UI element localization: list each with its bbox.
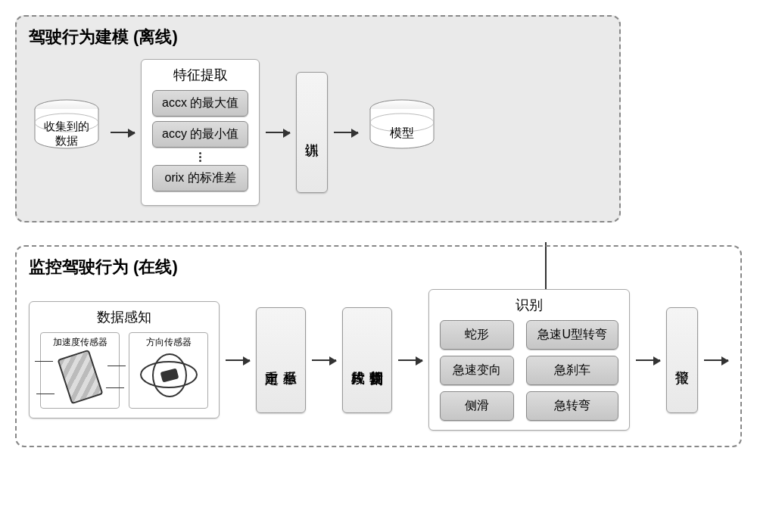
- offline-flow: 收集到的 数据 特征提取 accx 的最大值 accy 的最小值 orix 的标…: [29, 59, 607, 206]
- feature-item: orix 的标准差: [152, 165, 248, 191]
- orientation-label: 方向传感器: [132, 336, 204, 349]
- sensing-box: 数据感知 加速度传感器 方向传感器: [29, 301, 220, 418]
- accelerometer-sensor: 加速度传感器: [40, 332, 120, 409]
- collected-data-label: 收集到的 数据: [44, 120, 89, 148]
- online-panel: 监控驾驶行为 (在线) 数据感知 加速度传感器 方向传感器: [15, 245, 742, 447]
- recognize-box: 识别 蛇形 急速U型转弯 急速变向 急刹车 侧滑 急转弯: [428, 289, 630, 431]
- sensing-title: 数据感知: [40, 308, 208, 326]
- recognize-title: 识别: [440, 296, 618, 314]
- model-db: 模型: [364, 98, 440, 166]
- behavior-item: 急刹车: [526, 356, 618, 385]
- arrow-icon: [312, 359, 336, 361]
- online-flow: 数据感知 加速度传感器 方向传感器: [29, 289, 728, 431]
- accelerometer-label: 加速度传感器: [44, 336, 116, 349]
- orientation-sensor: 方向传感器: [129, 332, 208, 409]
- arrow-icon: [398, 359, 422, 361]
- orientation-icon: [139, 352, 199, 399]
- reorient-box: 坐标系 重定向: [256, 307, 306, 413]
- collected-data-db: 收集到的 数据: [29, 98, 104, 166]
- behavior-item: 急转弯: [526, 391, 618, 421]
- arrow-icon: [266, 132, 290, 133]
- online-title: 监控驾驶行为 (在线): [29, 256, 728, 278]
- behavior-item: 急速U型转弯: [526, 320, 618, 350]
- feature-extraction-box: 特征提取 accx 的最大值 accy 的最小值 orix 的标准差: [141, 59, 260, 206]
- model-label: 模型: [390, 126, 414, 142]
- segment-box: 切割驾驶行为 模式片段: [342, 307, 392, 413]
- feature-item: accx 的最大值: [152, 90, 248, 117]
- arrow-icon: [111, 132, 135, 133]
- arrow-out-icon: [704, 359, 728, 361]
- behavior-item: 蛇形: [440, 320, 514, 350]
- arrow-icon: [226, 359, 250, 361]
- arrow-icon: [334, 132, 358, 133]
- offline-panel: 驾驶行为建模 (离线) 收集到的 数据 特征提取 accx 的最大值 accy …: [15, 15, 621, 222]
- feature-item: accy 的最小值: [152, 121, 248, 148]
- offline-title: 驾驶行为建模 (离线): [29, 26, 607, 48]
- arrow-icon: [636, 359, 660, 361]
- behavior-item: 急速变向: [440, 356, 514, 385]
- behavior-item: 侧滑: [440, 391, 514, 421]
- feature-title: 特征提取: [152, 66, 248, 84]
- train-box: 训练: [296, 72, 328, 193]
- ellipsis-icon: [152, 152, 248, 162]
- alert-box: 警报: [666, 307, 698, 413]
